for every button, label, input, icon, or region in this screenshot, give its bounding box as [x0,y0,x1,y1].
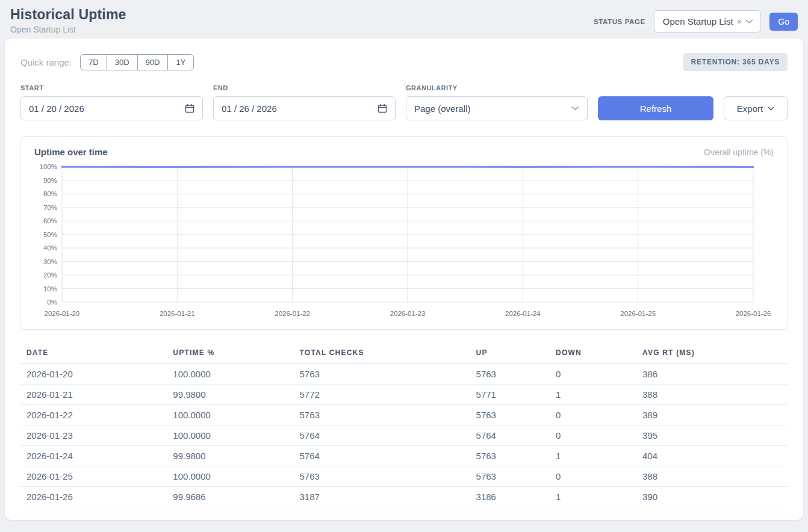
table-cell: 386 [636,364,788,385]
table-cell: 0 [550,425,636,446]
table-cell: 0 [550,405,636,425]
table-row: 2026-01-2199.9800577257711388 [20,385,788,405]
chevron-down-icon [768,107,774,111]
svg-text:2026-01-26: 2026-01-26 [736,309,771,317]
start-date-field: START 01 / 20 / 2026 [20,84,203,120]
status-page-select[interactable]: Open Startup List × [654,10,762,32]
column-header: DATE [20,343,167,364]
main-panel: Quick range: 7D30D90D1Y RETENTION: 365 D… [5,39,803,520]
svg-text:0%: 0% [47,298,57,306]
end-date-value: 01 / 26 / 2026 [222,104,277,114]
table-cell: 99.9800 [167,385,293,405]
table-cell: 390 [636,487,788,507]
table-header-row: DATEUPTIME %TOTAL CHECKSUPDOWNAVG RT (MS… [20,343,788,364]
table-cell: 388 [636,385,788,405]
table-row: 2026-01-25100.0000576357630388 [20,466,788,487]
granularity-field: GRANULARITY Page (overall) [406,84,588,120]
svg-text:2026-01-23: 2026-01-23 [390,309,426,317]
table-cell: 99.9800 [167,446,293,466]
table-row: 2026-01-2499.9800576457631404 [20,446,788,466]
table-cell: 2026-01-21 [20,385,167,405]
clear-selection-icon[interactable]: × [737,16,742,26]
table-cell: 100.0000 [167,425,293,446]
svg-text:2026-01-22: 2026-01-22 [275,309,310,317]
start-date-value: 01 / 20 / 2026 [29,104,84,114]
table-cell: 404 [636,446,788,466]
table-row: 2026-01-23100.0000576457640395 [20,425,788,446]
svg-text:60%: 60% [43,217,57,224]
table-cell: 5772 [294,385,470,405]
table-cell: 5763 [470,405,550,425]
table-cell: 100.0000 [167,364,293,385]
table-cell: 1 [550,446,636,466]
table-cell: 2026-01-22 [20,405,167,425]
chart-legend: Overall uptime (%) [704,147,774,157]
svg-text:2026-01-24: 2026-01-24 [505,309,541,317]
uptime-chart-card: Uptime over time Overall uptime (%) 0%10… [20,136,788,330]
table-cell: 395 [636,425,788,446]
table-cell: 99.9686 [167,487,293,507]
table-cell: 5763 [294,405,470,425]
table-row: 2026-01-22100.0000576357630389 [20,405,788,425]
retention-badge: RETENTION: 365 DAYS [683,53,788,71]
svg-text:100%: 100% [40,162,57,170]
table-cell: 100.0000 [167,405,293,425]
table-cell: 5763 [294,364,470,385]
calendar-icon[interactable] [378,104,387,113]
quick-range-1y-button[interactable]: 1Y [167,54,194,70]
quick-range-row: Quick range: 7D30D90D1Y RETENTION: 365 D… [20,53,788,71]
quick-range-wrap: Quick range: 7D30D90D1Y [20,54,194,70]
table-cell: 2026-01-23 [20,425,167,446]
end-date-label: END [213,84,396,91]
column-header: UPTIME % [167,343,293,364]
table-cell: 389 [636,405,788,425]
column-header: AVG RT (MS) [636,343,788,364]
chart-header: Uptime over time Overall uptime (%) [34,147,774,157]
table-cell: 5764 [294,446,470,466]
end-date-input[interactable]: 01 / 26 / 2026 [213,96,396,120]
page-subtitle: Open Startup List [10,25,126,34]
svg-text:80%: 80% [43,190,57,197]
table-cell: 5763 [294,466,470,487]
uptime-table-body: 2026-01-20100.00005763576303862026-01-21… [20,364,788,507]
uptime-table: DATEUPTIME %TOTAL CHECKSUPDOWNAVG RT (MS… [20,343,788,507]
refresh-button[interactable]: Refresh [598,96,713,120]
column-header: UP [470,343,550,364]
granularity-label: GRANULARITY [406,84,588,91]
table-row: 2026-01-2699.9686318731861390 [20,487,788,507]
calendar-icon[interactable] [185,104,194,113]
chart-title: Uptime over time [34,147,108,157]
table-cell: 2026-01-20 [20,364,167,385]
table-cell: 5763 [470,446,550,466]
export-button[interactable]: Export [724,96,788,120]
svg-text:90%: 90% [43,176,57,184]
go-button[interactable]: Go [769,13,798,31]
table-cell: 1 [550,487,636,507]
table-cell: 5763 [470,466,550,487]
quick-range-group: 7D30D90D1Y [80,54,194,70]
table-cell: 388 [636,466,788,487]
granularity-select[interactable]: Page (overall) [406,96,588,120]
chevron-down-icon [745,19,753,24]
table-cell: 0 [550,364,636,385]
svg-text:20%: 20% [43,271,57,279]
column-header: TOTAL CHECKS [294,343,470,364]
quick-range-7d-button[interactable]: 7D [80,54,107,70]
svg-text:2026-01-25: 2026-01-25 [620,309,656,317]
table-cell: 1 [550,385,636,405]
page-title: Historical Uptime [10,7,126,23]
table-cell: 2026-01-24 [20,446,167,466]
table-cell: 5764 [294,425,470,446]
svg-text:10%: 10% [43,284,57,292]
column-header: DOWN [550,343,636,364]
svg-text:40%: 40% [43,244,57,252]
chevron-down-icon [571,106,579,111]
table-cell: 100.0000 [167,466,293,487]
svg-text:2026-01-21: 2026-01-21 [160,309,195,317]
table-cell: 2026-01-25 [20,466,167,487]
start-date-input[interactable]: 01 / 20 / 2026 [20,96,203,120]
table-cell: 5764 [470,425,550,446]
table-cell: 5763 [470,364,550,385]
quick-range-90d-button[interactable]: 90D [137,54,169,70]
quick-range-30d-button[interactable]: 30D [107,54,138,70]
